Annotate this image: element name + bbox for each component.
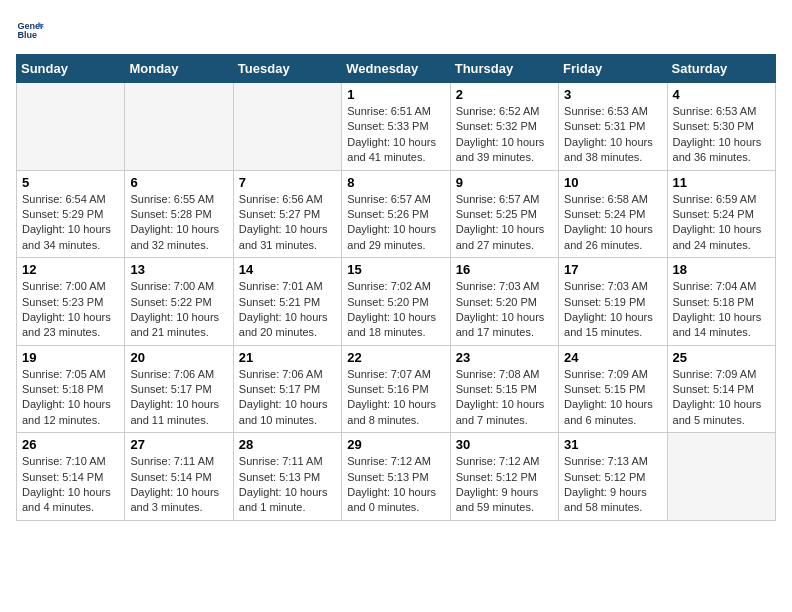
calendar-cell: 25Sunrise: 7:09 AM Sunset: 5:14 PM Dayli… [667,345,775,433]
day-info: Sunrise: 7:09 AM Sunset: 5:15 PM Dayligh… [564,367,661,429]
day-info: Sunrise: 7:00 AM Sunset: 5:23 PM Dayligh… [22,279,119,341]
logo: General Blue [16,16,44,44]
day-info: Sunrise: 7:02 AM Sunset: 5:20 PM Dayligh… [347,279,444,341]
day-number: 28 [239,437,336,452]
day-info: Sunrise: 7:10 AM Sunset: 5:14 PM Dayligh… [22,454,119,516]
day-number: 20 [130,350,227,365]
day-info: Sunrise: 7:06 AM Sunset: 5:17 PM Dayligh… [130,367,227,429]
day-info: Sunrise: 7:11 AM Sunset: 5:14 PM Dayligh… [130,454,227,516]
day-number: 13 [130,262,227,277]
calendar-week-row: 19Sunrise: 7:05 AM Sunset: 5:18 PM Dayli… [17,345,776,433]
day-number: 5 [22,175,119,190]
day-number: 12 [22,262,119,277]
day-number: 3 [564,87,661,102]
day-info: Sunrise: 6:54 AM Sunset: 5:29 PM Dayligh… [22,192,119,254]
weekday-header: Sunday [17,55,125,83]
calendar-cell: 26Sunrise: 7:10 AM Sunset: 5:14 PM Dayli… [17,433,125,521]
calendar-week-row: 26Sunrise: 7:10 AM Sunset: 5:14 PM Dayli… [17,433,776,521]
day-info: Sunrise: 7:12 AM Sunset: 5:13 PM Dayligh… [347,454,444,516]
weekday-header: Wednesday [342,55,450,83]
day-info: Sunrise: 7:03 AM Sunset: 5:20 PM Dayligh… [456,279,553,341]
page-header: General Blue [16,16,776,44]
calendar-cell [233,83,341,171]
day-number: 2 [456,87,553,102]
calendar-cell: 17Sunrise: 7:03 AM Sunset: 5:19 PM Dayli… [559,258,667,346]
day-info: Sunrise: 7:09 AM Sunset: 5:14 PM Dayligh… [673,367,770,429]
day-info: Sunrise: 6:53 AM Sunset: 5:30 PM Dayligh… [673,104,770,166]
calendar-cell [125,83,233,171]
day-info: Sunrise: 7:01 AM Sunset: 5:21 PM Dayligh… [239,279,336,341]
day-number: 16 [456,262,553,277]
day-info: Sunrise: 6:51 AM Sunset: 5:33 PM Dayligh… [347,104,444,166]
day-number: 9 [456,175,553,190]
calendar-cell: 3Sunrise: 6:53 AM Sunset: 5:31 PM Daylig… [559,83,667,171]
day-number: 6 [130,175,227,190]
calendar-cell: 14Sunrise: 7:01 AM Sunset: 5:21 PM Dayli… [233,258,341,346]
weekday-header: Monday [125,55,233,83]
calendar-cell: 19Sunrise: 7:05 AM Sunset: 5:18 PM Dayli… [17,345,125,433]
day-info: Sunrise: 7:00 AM Sunset: 5:22 PM Dayligh… [130,279,227,341]
weekday-header: Friday [559,55,667,83]
calendar-cell: 4Sunrise: 6:53 AM Sunset: 5:30 PM Daylig… [667,83,775,171]
day-info: Sunrise: 6:57 AM Sunset: 5:25 PM Dayligh… [456,192,553,254]
calendar-week-row: 12Sunrise: 7:00 AM Sunset: 5:23 PM Dayli… [17,258,776,346]
day-info: Sunrise: 7:04 AM Sunset: 5:18 PM Dayligh… [673,279,770,341]
calendar-cell: 12Sunrise: 7:00 AM Sunset: 5:23 PM Dayli… [17,258,125,346]
day-number: 21 [239,350,336,365]
day-number: 8 [347,175,444,190]
day-number: 27 [130,437,227,452]
day-number: 24 [564,350,661,365]
day-info: Sunrise: 7:11 AM Sunset: 5:13 PM Dayligh… [239,454,336,516]
calendar-cell [17,83,125,171]
day-number: 31 [564,437,661,452]
day-number: 25 [673,350,770,365]
calendar-cell: 5Sunrise: 6:54 AM Sunset: 5:29 PM Daylig… [17,170,125,258]
day-number: 29 [347,437,444,452]
calendar-week-row: 5Sunrise: 6:54 AM Sunset: 5:29 PM Daylig… [17,170,776,258]
calendar-cell: 30Sunrise: 7:12 AM Sunset: 5:12 PM Dayli… [450,433,558,521]
calendar-cell: 15Sunrise: 7:02 AM Sunset: 5:20 PM Dayli… [342,258,450,346]
calendar-cell: 18Sunrise: 7:04 AM Sunset: 5:18 PM Dayli… [667,258,775,346]
day-number: 10 [564,175,661,190]
day-info: Sunrise: 7:05 AM Sunset: 5:18 PM Dayligh… [22,367,119,429]
calendar-cell: 8Sunrise: 6:57 AM Sunset: 5:26 PM Daylig… [342,170,450,258]
calendar-week-row: 1Sunrise: 6:51 AM Sunset: 5:33 PM Daylig… [17,83,776,171]
svg-text:Blue: Blue [17,30,37,40]
day-info: Sunrise: 7:08 AM Sunset: 5:15 PM Dayligh… [456,367,553,429]
calendar-cell: 29Sunrise: 7:12 AM Sunset: 5:13 PM Dayli… [342,433,450,521]
day-info: Sunrise: 6:56 AM Sunset: 5:27 PM Dayligh… [239,192,336,254]
day-info: Sunrise: 7:06 AM Sunset: 5:17 PM Dayligh… [239,367,336,429]
calendar-cell: 1Sunrise: 6:51 AM Sunset: 5:33 PM Daylig… [342,83,450,171]
weekday-header: Saturday [667,55,775,83]
day-info: Sunrise: 6:59 AM Sunset: 5:24 PM Dayligh… [673,192,770,254]
day-info: Sunrise: 7:13 AM Sunset: 5:12 PM Dayligh… [564,454,661,516]
calendar-cell: 27Sunrise: 7:11 AM Sunset: 5:14 PM Dayli… [125,433,233,521]
weekday-header-row: SundayMondayTuesdayWednesdayThursdayFrid… [17,55,776,83]
day-info: Sunrise: 7:07 AM Sunset: 5:16 PM Dayligh… [347,367,444,429]
day-info: Sunrise: 6:55 AM Sunset: 5:28 PM Dayligh… [130,192,227,254]
day-number: 1 [347,87,444,102]
calendar-cell: 31Sunrise: 7:13 AM Sunset: 5:12 PM Dayli… [559,433,667,521]
day-number: 11 [673,175,770,190]
day-number: 19 [22,350,119,365]
calendar-cell: 9Sunrise: 6:57 AM Sunset: 5:25 PM Daylig… [450,170,558,258]
calendar-cell: 24Sunrise: 7:09 AM Sunset: 5:15 PM Dayli… [559,345,667,433]
day-number: 4 [673,87,770,102]
day-info: Sunrise: 6:53 AM Sunset: 5:31 PM Dayligh… [564,104,661,166]
day-info: Sunrise: 6:52 AM Sunset: 5:32 PM Dayligh… [456,104,553,166]
weekday-header: Tuesday [233,55,341,83]
day-number: 15 [347,262,444,277]
day-info: Sunrise: 6:58 AM Sunset: 5:24 PM Dayligh… [564,192,661,254]
day-number: 17 [564,262,661,277]
calendar-cell: 20Sunrise: 7:06 AM Sunset: 5:17 PM Dayli… [125,345,233,433]
day-number: 18 [673,262,770,277]
calendar-cell [667,433,775,521]
day-number: 14 [239,262,336,277]
calendar-cell: 22Sunrise: 7:07 AM Sunset: 5:16 PM Dayli… [342,345,450,433]
logo-icon: General Blue [16,16,44,44]
day-info: Sunrise: 7:12 AM Sunset: 5:12 PM Dayligh… [456,454,553,516]
calendar-cell: 21Sunrise: 7:06 AM Sunset: 5:17 PM Dayli… [233,345,341,433]
day-number: 23 [456,350,553,365]
calendar-cell: 11Sunrise: 6:59 AM Sunset: 5:24 PM Dayli… [667,170,775,258]
calendar-cell: 2Sunrise: 6:52 AM Sunset: 5:32 PM Daylig… [450,83,558,171]
